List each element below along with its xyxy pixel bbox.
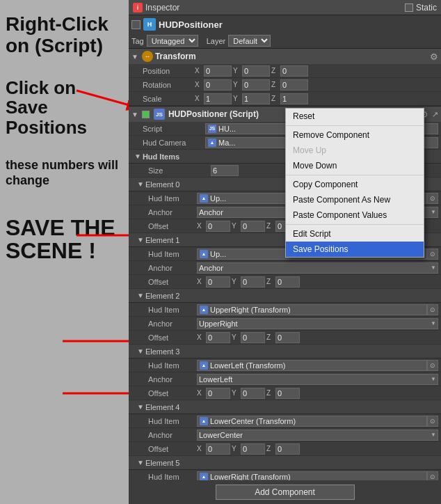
hud-items-collapse: ▼ — [134, 152, 141, 160]
e3-huditem-btn[interactable]: ⊙ — [427, 360, 438, 371]
scale-y-item: Y — [233, 93, 270, 104]
e4-huditem-btn[interactable]: ⊙ — [427, 416, 438, 427]
menu-save-positions[interactable]: Save Positions — [286, 242, 424, 257]
title-bar: i Inspector Static — [129, 0, 441, 15]
e2-anchor-val[interactable]: UpperRight ▼ — [197, 318, 438, 329]
element-4-offset: Offset X Y Z — [129, 442, 441, 456]
script-icon: JS — [154, 109, 165, 120]
instruction-right-click: Right-Click on (Script) — [6, 14, 123, 57]
e1-offset-label: Offset — [148, 278, 197, 286]
e4-offset-x[interactable] — [206, 443, 230, 455]
element-4-label: Element 4 — [145, 403, 180, 411]
position-x[interactable] — [204, 65, 232, 77]
e5-huditem-btn[interactable]: ⊙ — [427, 471, 438, 481]
menu-remove-component[interactable]: Remove Component — [286, 127, 424, 143]
tag-layer-row: Tag Untagged Layer Default — [129, 33, 441, 49]
element-2-huditem: Hud Item ▲ UpperRight (Transform) ⊙ — [129, 303, 441, 317]
e0-offset-y[interactable] — [241, 221, 265, 232]
transform-gear[interactable]: ⚙ — [430, 52, 438, 62]
position-z[interactable] — [280, 65, 308, 77]
static-checkbox[interactable] — [405, 3, 413, 12]
e1-offset-y[interactable] — [241, 276, 265, 288]
script-asset-icon: JS — [208, 125, 216, 133]
element-3-huditem: Hud Item ▲ LowerLeft (Transform) ⊙ — [129, 359, 441, 372]
static-group: Static — [405, 3, 437, 13]
transform-header[interactable]: ▼ ↔ Transform ⚙ — [129, 49, 441, 64]
e3-anchor-val[interactable]: LowerLeft ▼ — [197, 374, 438, 385]
menu-paste-as-new[interactable]: Paste Component As New — [286, 192, 424, 207]
scale-z[interactable] — [280, 93, 308, 104]
e5-huditem-label: Hud Item — [148, 473, 197, 481]
e5-huditem-val[interactable]: ▲ LowerRight (Transform) — [197, 471, 427, 481]
camera-icon: ▲ — [208, 139, 216, 147]
e2-huditem-btn[interactable]: ⊙ — [427, 304, 438, 315]
scale-x[interactable] — [204, 93, 232, 104]
script-field-label: Script — [143, 125, 205, 133]
menu-move-down[interactable]: Move Down — [286, 158, 424, 173]
e2-anchor-label: Anchor — [148, 320, 197, 328]
e2-offset-label: Offset — [148, 333, 197, 342]
e1-offset-z[interactable] — [275, 276, 300, 288]
element-3-header: ▼ Element 3 — [129, 345, 441, 359]
e4-offset-y[interactable] — [241, 443, 265, 455]
menu-divider-1 — [286, 125, 424, 126]
tag-label: Tag — [131, 37, 144, 45]
scale-y[interactable] — [242, 93, 270, 104]
menu-edit-script[interactable]: Edit Script — [286, 226, 424, 242]
size-input[interactable] — [211, 165, 239, 176]
camera-val-text: Ma... — [218, 139, 235, 147]
e3-offset-y[interactable] — [241, 388, 265, 399]
rotation-xyz: X Y Z — [195, 79, 438, 90]
e1-huditem-btn[interactable]: ⊙ — [427, 249, 438, 260]
menu-divider-3 — [286, 224, 424, 225]
e4-offset-z[interactable] — [275, 443, 300, 455]
e2-offset-x[interactable] — [206, 332, 230, 343]
e4-huditem-val[interactable]: ▲ LowerCenter (Transform) — [197, 416, 427, 427]
object-active-checkbox[interactable] — [131, 20, 141, 29]
e2-offset-z[interactable] — [275, 332, 300, 343]
e3-offset-x[interactable] — [206, 388, 230, 399]
rotation-row: Rotation X Y Z — [129, 78, 441, 92]
e1-anchor-val[interactable]: Anchor ▼ — [197, 262, 438, 274]
object-name: HUDPositioner — [159, 19, 438, 30]
element-4-huditem: Hud Item ▲ LowerCenter (Transform) ⊙ — [129, 414, 441, 428]
layer-select[interactable]: Default — [228, 35, 271, 47]
e0-offset-x[interactable] — [206, 221, 230, 232]
transform-component: ▼ ↔ Transform ⚙ Position X — [129, 49, 441, 107]
menu-reset[interactable]: Reset — [286, 109, 424, 124]
scale-row: Scale X Y Z — [129, 92, 441, 106]
element-4-anchor: Anchor LowerCenter ▼ — [129, 428, 441, 442]
rotation-x[interactable] — [204, 79, 232, 90]
transform-title: Transform — [155, 52, 428, 61]
e1-anchor-label: Anchor — [148, 264, 197, 272]
tag-select[interactable]: Untagged — [147, 35, 198, 47]
static-label: Static — [416, 3, 437, 13]
camera-label: Hud Camera — [143, 139, 205, 147]
element-3-label: Element 3 — [145, 347, 180, 356]
e3-offset-z[interactable] — [275, 388, 300, 399]
inspector-icon: i — [133, 3, 143, 13]
context-menu: Reset Remove Component Move Up Move Down… — [285, 108, 424, 258]
e0-huditem-btn[interactable]: ⊙ — [427, 193, 438, 204]
layer-label: Layer — [207, 37, 226, 45]
e2-huditem-val[interactable]: ▲ UpperRight (Transform) — [197, 304, 427, 315]
instruction-numbers: these numbers will change — [6, 158, 123, 188]
script-enabled-checkbox[interactable] — [142, 111, 150, 118]
e4-offset-label: Offset — [148, 445, 197, 453]
rotation-z[interactable] — [280, 79, 308, 90]
e2-offset-y[interactable] — [241, 332, 265, 343]
scale-xyz: X Y Z — [195, 93, 438, 104]
menu-paste-values[interactable]: Paste Component Values — [286, 207, 424, 223]
menu-copy-component[interactable]: Copy Component — [286, 177, 424, 192]
rotation-y[interactable] — [242, 79, 270, 90]
add-component-button[interactable]: Add Component — [216, 485, 355, 500]
element-5-huditem: Hud Item ▲ LowerRight (Transform) ⊙ — [129, 470, 441, 480]
scale-label: Scale — [143, 95, 195, 103]
element-0-label: Element 0 — [145, 180, 180, 189]
e3-huditem-val[interactable]: ▲ LowerLeft (Transform) — [197, 360, 427, 371]
rotation-x-item: X — [195, 79, 232, 90]
e4-anchor-val[interactable]: LowerCenter ▼ — [197, 430, 438, 441]
menu-move-up: Move Up — [286, 143, 424, 158]
position-y[interactable] — [242, 65, 270, 77]
e1-offset-x[interactable] — [206, 276, 230, 288]
